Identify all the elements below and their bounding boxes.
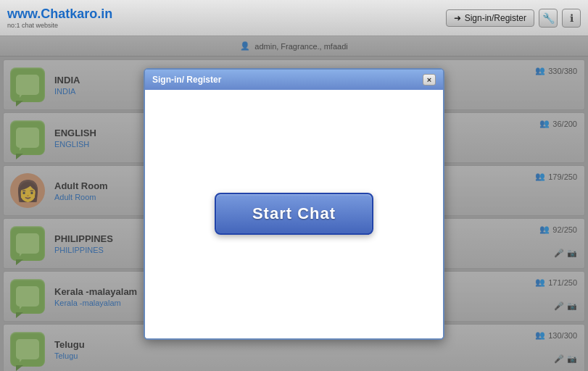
header-actions: ➜ Sign-in/Register 🔧 ℹ: [446, 9, 581, 28]
start-chat-button[interactable]: Start Chat: [215, 193, 373, 235]
signin-register-button[interactable]: ➜ Sign-in/Register: [446, 9, 534, 27]
signin-label: Sign-in/Register: [465, 13, 526, 23]
signin-modal: Sign-in/ Register × Start Chat: [144, 68, 444, 340]
tools-icon: 🔧: [542, 12, 555, 24]
modal-close-button[interactable]: ×: [423, 74, 436, 86]
signin-icon: ➜: [454, 13, 461, 23]
header: www.Chatkaro.in no:1 chat website ➜ Sign…: [0, 0, 588, 36]
info-button[interactable]: ℹ: [562, 9, 581, 28]
close-icon: ×: [427, 75, 431, 84]
logo-text: www.Chatkaro.in: [7, 7, 112, 22]
modal-title: Sign-in/ Register: [152, 75, 221, 85]
logo-subtitle: no:1 chat website: [7, 22, 112, 29]
main-content: 👤 admin, Fragrance., mfaadi INDIA INDIA …: [0, 36, 588, 371]
modal-body: Start Chat: [145, 90, 443, 338]
tools-button[interactable]: 🔧: [539, 9, 558, 28]
modal-overlay: Sign-in/ Register × Start Chat: [0, 36, 588, 371]
info-icon: ℹ: [570, 12, 573, 24]
logo-area: www.Chatkaro.in no:1 chat website: [7, 7, 112, 29]
modal-title-bar: Sign-in/ Register ×: [145, 70, 443, 90]
